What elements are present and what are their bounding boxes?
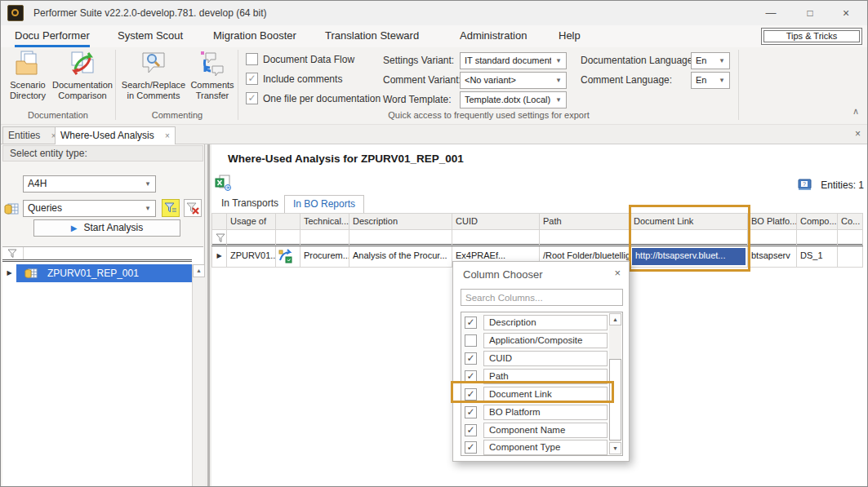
header-component-name[interactable]: Compo... <box>797 213 838 230</box>
column-item-label: BO Platform <box>483 405 608 420</box>
column-item-label: Path <box>483 369 608 384</box>
checkbox-one-file-per-documentation[interactable]: ✓ One file per documentation <box>246 92 385 105</box>
checkbox-box[interactable]: ✓ <box>465 406 477 418</box>
tab-entities[interactable]: Entities × <box>2 126 62 144</box>
entities-book-icon: ? <box>798 179 812 191</box>
row-expand-icon[interactable]: ▶ <box>211 246 227 268</box>
search-replace-comments-label: Search/Replace in Comments <box>122 80 185 100</box>
chevron-down-icon: ▾ <box>554 53 563 69</box>
document-link-value[interactable]: http://btsapserv.bluet... <box>632 248 746 265</box>
svg-text:?: ? <box>803 181 806 187</box>
checkbox-box[interactable]: ✓ <box>465 352 477 365</box>
chevron-down-icon: ▾ <box>554 73 563 88</box>
app-window: Performer Suite v22.2.0-develop.781. dev… <box>0 0 868 487</box>
column-item-label: Description <box>483 315 608 330</box>
start-analysis-button[interactable]: ▶Start Analysis <box>33 219 180 237</box>
header-component-type[interactable]: Co... <box>838 213 863 230</box>
settings-variant-value: IT standard document... <box>465 53 551 69</box>
tab-close-icon[interactable]: × <box>165 131 170 140</box>
panel-close-icon[interactable]: × <box>855 128 861 139</box>
report-item-icon <box>278 249 292 263</box>
queries-db-icon <box>4 201 19 216</box>
header-cuid[interactable]: CUID <box>452 213 540 230</box>
ribbon: Scenario Directory Documentation Compari… <box>1 47 867 125</box>
header-technical-name[interactable]: Technical... <box>300 213 349 230</box>
header-document-link[interactable]: Document Link <box>630 213 748 230</box>
comments-transfer-button[interactable]: Comments Transfer <box>189 50 236 101</box>
panel-splitter[interactable] <box>205 144 211 487</box>
results-table-header: Usage of Technical... Description CUID P… <box>211 213 863 230</box>
tree-row-zpurv01[interactable]: ▶ ZPURV01_REP_001 <box>2 264 192 282</box>
documentation-language-select[interactable]: En ▾ <box>691 52 730 69</box>
export-excel-button[interactable] <box>215 175 233 193</box>
close-icon[interactable]: × <box>828 1 864 25</box>
settings-variant-select[interactable]: IT standard document... ▾ <box>460 52 567 69</box>
ribbon-tab-migration-booster[interactable]: Migration Booster <box>213 25 296 47</box>
expand-icon[interactable]: ▶ <box>2 264 16 282</box>
cell-technical-name: Procurem... <box>300 246 349 268</box>
entities-count-label: Entities: 1 <box>821 179 864 191</box>
tree-filter-row[interactable] <box>2 247 192 262</box>
checkbox-box[interactable]: ✓ <box>465 441 477 454</box>
cell-usage-of: ZPURV01... <box>227 246 276 268</box>
entity-type-value: Queries <box>28 201 140 216</box>
entity-type-select[interactable]: Queries ▾ <box>23 200 156 217</box>
tips-tricks-button[interactable]: Tips & Tricks <box>761 28 862 45</box>
comment-language-select[interactable]: En ▾ <box>691 72 730 89</box>
ribbon-tab-docu-performer[interactable]: Docu Performer <box>15 25 90 47</box>
tab-in-transports[interactable]: In Transports <box>213 195 287 213</box>
comments-transfer-label: Comments Transfer <box>190 80 234 100</box>
dialog-scrollbar[interactable]: ▲ ▼ <box>609 313 621 454</box>
header-path[interactable]: Path <box>540 213 630 230</box>
select-entity-type-header: Select entity type: <box>2 145 203 162</box>
checkbox-box[interactable]: ✓ <box>465 317 477 329</box>
documentation-comparison-label: Documentation Comparison <box>52 80 113 100</box>
filter-edit-button[interactable] <box>162 199 180 217</box>
ribbon-tab-help[interactable]: Help <box>559 25 581 47</box>
results-table-filter-row[interactable] <box>211 230 863 246</box>
checkbox-box[interactable]: ✓ <box>465 424 477 436</box>
scenario-directory-button[interactable]: Scenario Directory <box>4 50 51 101</box>
scroll-up-icon[interactable]: ▲ <box>609 313 621 325</box>
checkbox-document-data-flow[interactable]: Document Data Flow <box>246 53 376 66</box>
cell-description: Analysis of the Procur... <box>349 246 452 268</box>
chevron-down-icon: ▾ <box>717 53 727 69</box>
chevron-down-icon: ▾ <box>143 176 153 192</box>
ribbon-tab-administration[interactable]: Administration <box>460 25 527 47</box>
chevron-down-icon: ▾ <box>717 73 727 88</box>
scroll-up-icon[interactable]: ▲ <box>193 264 205 277</box>
header-usage-of[interactable]: Usage of <box>227 213 276 230</box>
ribbon-tab-row: Docu Performer System Scout Migration Bo… <box>1 25 867 47</box>
cell-document-link[interactable]: http://btsapserv.bluet... <box>630 246 748 268</box>
scroll-down-icon[interactable]: ▼ <box>609 442 621 454</box>
documentation-comparison-button[interactable]: Documentation Comparison <box>51 50 114 101</box>
checkbox-box[interactable]: ✓ <box>465 370 477 383</box>
maximize-icon[interactable]: □ <box>792 1 828 25</box>
search-columns-input[interactable] <box>461 289 623 306</box>
system-select[interactable]: A4H ▾ <box>23 175 156 193</box>
tab-in-bo-reports[interactable]: In BO Reports <box>284 195 364 213</box>
checkbox-box[interactable] <box>465 334 477 347</box>
filter-clear-button[interactable] <box>184 199 202 217</box>
checkbox-include-comments[interactable]: ✓ Include comments <box>246 73 376 86</box>
settings-variant-label: Settings Variant: <box>383 55 454 66</box>
ribbon-tab-translation-steward[interactable]: Translation Steward <box>325 25 419 47</box>
checkbox-box[interactable]: ✓ <box>465 388 477 401</box>
comment-variant-select[interactable]: <No variant> ▾ <box>460 72 567 89</box>
tab-where-used-analysis[interactable]: Where-Used Analysis × <box>55 126 176 145</box>
minimize-icon[interactable]: — <box>753 1 789 25</box>
header-description[interactable]: Description <box>349 213 452 230</box>
collapse-ribbon-icon[interactable]: ∧ <box>852 106 859 117</box>
ribbon-tab-system-scout[interactable]: System Scout <box>118 25 183 47</box>
filter-funnel-icon <box>164 201 177 215</box>
tree-scrollbar[interactable]: ▲ <box>192 264 205 487</box>
app-logo-icon <box>7 5 24 21</box>
dialog-close-icon[interactable]: × <box>614 267 621 279</box>
cell-component-name: DS_1 <box>797 246 838 268</box>
word-template-select[interactable]: Template.dotx (Local) ▾ <box>460 91 567 108</box>
comment-variant-value: <No variant> <box>465 73 551 88</box>
header-bo-platform[interactable]: BO Platfo... <box>748 213 797 230</box>
scroll-thumb[interactable] <box>609 359 621 441</box>
search-replace-comments-button[interactable]: Search/Replace in Comments <box>120 50 187 101</box>
documentation-language-value: En <box>696 53 714 69</box>
